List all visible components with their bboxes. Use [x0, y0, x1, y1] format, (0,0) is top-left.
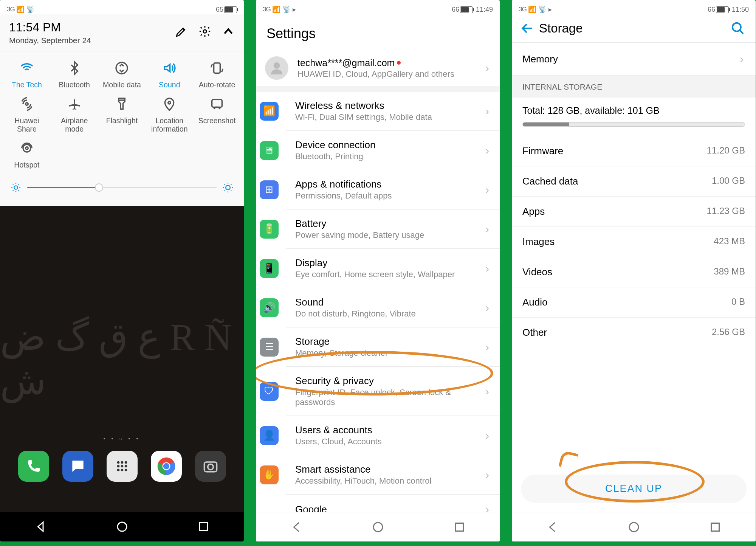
nav-back-icon[interactable] [290, 520, 304, 534]
tile-screenshot[interactable]: Screenshot [193, 93, 241, 137]
row-apps[interactable]: Apps11.23 GB [512, 196, 756, 226]
tile-airplane[interactable]: Airplane mode [51, 93, 98, 137]
status-bar: 3G 📶 📡 65 [0, 0, 244, 14]
row-memory[interactable]: Memory › [512, 43, 756, 76]
row-subtitle: Do not disturb, Ringtone, Vibrate [295, 309, 416, 319]
svg-point-28 [274, 62, 280, 69]
row-label: Google [295, 504, 327, 512]
battery-fill [225, 7, 233, 12]
row-label: Smart assistance [295, 464, 431, 475]
collapse-icon[interactable] [222, 25, 235, 38]
page-title: Storage [539, 21, 583, 36]
quick-tiles-grid: The Tech Bluetooth Mobile data Sound Aut… [0, 51, 244, 176]
row-videos[interactable]: Videos389 MB [512, 257, 756, 287]
signal-bars-icon: 📶 [16, 5, 25, 14]
brightness-slider[interactable] [27, 187, 217, 188]
row-google[interactable]: Google› [286, 495, 500, 512]
nav-home-icon[interactable] [371, 520, 385, 534]
row-label: Memory [522, 53, 558, 65]
row-storage[interactable]: ☰StorageMemory, Storage cleaner› [286, 327, 500, 367]
row-display[interactable]: 📱DisplayEye comfort, Home screen style, … [286, 249, 500, 288]
notification-shade: 11:54 PM Monday, September 24 The Tech B… [0, 14, 244, 206]
svg-point-26 [118, 522, 127, 531]
row-label: Wireless & networks [295, 100, 432, 112]
account-row[interactable]: techwa****@gmail.com HUAWEI ID, Cloud, A… [256, 50, 500, 86]
clock-time: 11:54 PM [9, 20, 91, 34]
home-wallpaper: ع ق گ ض R Ñ ش • • ○ • • [0, 206, 244, 512]
wifi-icon: 📶 [260, 102, 279, 121]
tile-wifi[interactable]: The Tech [3, 57, 51, 93]
chevron-right-icon: › [485, 144, 491, 157]
status-time: 11:50 [732, 6, 749, 14]
nav-home-icon[interactable] [627, 520, 641, 534]
battery-icon: 🔋 [260, 220, 279, 239]
brightness-slider-row [0, 176, 244, 201]
chevron-right-icon: › [485, 183, 491, 196]
tile-label: Location information [147, 117, 192, 133]
app-camera[interactable] [195, 451, 226, 482]
tile-location[interactable]: Location information [146, 93, 193, 137]
app-messages[interactable] [62, 451, 93, 482]
nav-recent-icon[interactable] [708, 520, 722, 534]
row-label: Battery [295, 218, 424, 230]
search-icon[interactable] [731, 21, 745, 36]
phone-panel-1: 3G 📶 📡 65 11:54 PM Monday, September 24 [0, 0, 244, 541]
nav-recent-icon[interactable] [452, 520, 466, 534]
nav-back-icon[interactable] [34, 520, 48, 534]
row-label: Storage [295, 336, 388, 347]
row-firmware[interactable]: Firmware11.20 GB [512, 136, 756, 166]
tile-huawei-share[interactable]: Huawei Share [3, 93, 51, 137]
row-value: 1.00 GB [712, 175, 745, 187]
tile-flashlight[interactable]: Flashlight [98, 93, 146, 137]
chevron-right-icon: › [740, 53, 745, 65]
storage-progress-bar [522, 122, 745, 127]
svg-point-25 [208, 464, 213, 470]
nav-back-icon[interactable] [546, 520, 559, 534]
chevron-right-icon: › [485, 429, 491, 442]
row-label: Users & accounts [295, 424, 382, 436]
tile-autorotate[interactable]: Auto-rotate [193, 57, 241, 93]
brightness-high-icon [223, 182, 233, 193]
row-apps[interactable]: ⊞Apps & notificationsPermissions, Defaul… [286, 170, 500, 209]
row-sound[interactable]: 🔊SoundDo not disturb, Ringtone, Vibrate› [286, 288, 500, 327]
settings-gear-icon[interactable] [198, 25, 211, 38]
storage-icon: ☰ [260, 338, 279, 357]
row-subtitle: Permissions, Default apps [295, 191, 392, 201]
row-audio[interactable]: Audio0 B [512, 287, 756, 317]
svg-rect-5 [212, 100, 222, 107]
row-device-connection[interactable]: 🖥Device connectionBluetooth, Printing› [286, 131, 500, 170]
row-smart-assistance[interactable]: ✋Smart assistanceAccessibility, HiTouch,… [286, 455, 500, 495]
row-other[interactable]: Other2.56 GB [512, 317, 756, 347]
shield-icon: 🛡 [260, 382, 279, 401]
tile-hotspot[interactable]: Hotspot [3, 137, 51, 173]
section-header: INTERNAL STORAGE [512, 76, 756, 98]
tile-mobile-data[interactable]: Mobile data [98, 57, 146, 93]
battery-indicator: 66 [452, 6, 473, 14]
nav-recent-icon[interactable] [197, 520, 210, 534]
row-images[interactable]: Images423 MB [512, 226, 756, 257]
row-subtitle: Fingerprint ID, Face unlock, Screen lock… [295, 388, 476, 407]
row-subtitle: Power saving mode, Battery usage [295, 230, 424, 240]
tile-sound[interactable]: Sound [146, 57, 193, 93]
row-battery[interactable]: 🔋BatteryPower saving mode, Battery usage… [286, 209, 500, 249]
app-phone[interactable] [18, 451, 49, 482]
chevron-right-icon: › [485, 503, 491, 512]
svg-point-4 [168, 102, 171, 104]
app-chrome[interactable] [151, 451, 182, 482]
row-wireless[interactable]: 📶Wireless & networksWi-Fi, Dual SIM sett… [286, 92, 500, 131]
cleanup-button[interactable]: CLEAN UP [521, 475, 747, 503]
app-drawer[interactable] [107, 451, 138, 482]
row-label: Apps & notifications [295, 178, 392, 190]
row-subtitle: Accessibility, HiTouch, Motion control [295, 476, 431, 486]
nav-home-icon[interactable] [115, 520, 129, 534]
back-arrow-icon[interactable] [520, 21, 534, 36]
settings-list[interactable]: techwa****@gmail.com HUAWEI ID, Cloud, A… [256, 50, 500, 512]
tile-bluetooth[interactable]: Bluetooth [51, 57, 98, 93]
row-cached[interactable]: Cached data1.00 GB [512, 166, 756, 196]
row-users[interactable]: 👤Users & accountsUsers, Cloud, Accounts› [286, 416, 500, 455]
status-time: 11:49 [476, 6, 493, 14]
row-security[interactable]: 🛡Security & privacyFingerprint ID, Face … [286, 367, 500, 416]
total-storage-line: Total: 128 GB, available: 101 GB [512, 98, 756, 122]
row-value: 2.56 GB [712, 327, 745, 338]
edit-icon[interactable] [175, 25, 188, 38]
